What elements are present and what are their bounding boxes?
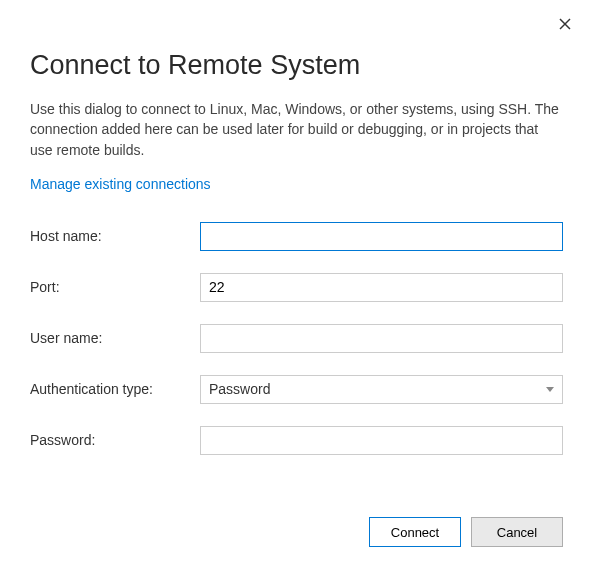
manage-connections-link[interactable]: Manage existing connections xyxy=(30,176,211,192)
user-name-input[interactable] xyxy=(200,324,563,353)
cancel-button[interactable]: Cancel xyxy=(471,517,563,547)
password-input[interactable] xyxy=(200,426,563,455)
password-label: Password: xyxy=(30,432,200,448)
auth-type-select[interactable]: Password xyxy=(200,375,563,404)
connect-remote-dialog: Connect to Remote System Use this dialog… xyxy=(0,0,593,575)
button-row: Connect Cancel xyxy=(369,517,563,547)
dialog-description: Use this dialog to connect to Linux, Mac… xyxy=(30,99,563,160)
connect-button[interactable]: Connect xyxy=(369,517,461,547)
close-button[interactable] xyxy=(555,14,575,34)
password-row: Password: xyxy=(30,426,563,455)
host-name-row: Host name: xyxy=(30,222,563,251)
host-name-label: Host name: xyxy=(30,228,200,244)
auth-type-label: Authentication type: xyxy=(30,381,200,397)
port-label: Port: xyxy=(30,279,200,295)
dialog-title: Connect to Remote System xyxy=(30,50,563,81)
host-name-input[interactable] xyxy=(200,222,563,251)
auth-type-value: Password xyxy=(209,381,546,397)
chevron-down-icon xyxy=(546,384,554,395)
svg-marker-2 xyxy=(546,387,554,392)
close-icon xyxy=(559,18,571,30)
port-row: Port: xyxy=(30,273,563,302)
user-name-row: User name: xyxy=(30,324,563,353)
auth-type-row: Authentication type: Password xyxy=(30,375,563,404)
user-name-label: User name: xyxy=(30,330,200,346)
port-input[interactable] xyxy=(200,273,563,302)
